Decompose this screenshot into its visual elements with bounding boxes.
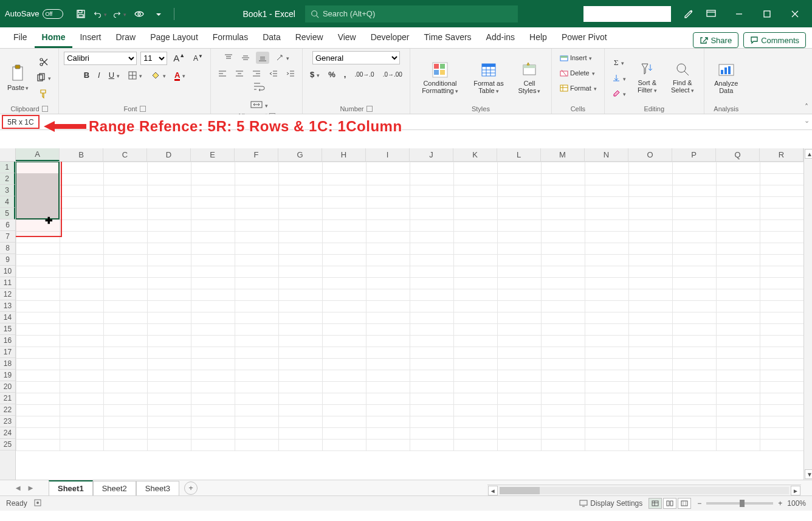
row-header-9[interactable]: 9 xyxy=(0,254,15,266)
tab-view[interactable]: View xyxy=(331,28,363,48)
column-header-N[interactable]: N xyxy=(585,148,628,161)
save-icon[interactable] xyxy=(74,7,88,21)
row-header-7[interactable]: 7 xyxy=(0,231,15,243)
number-format-select[interactable]: General xyxy=(312,51,400,64)
column-header-O[interactable]: O xyxy=(628,148,672,161)
orientation-button[interactable] xyxy=(273,51,292,64)
tab-power-pivot[interactable]: Power Pivot xyxy=(554,28,614,48)
tab-help[interactable]: Help xyxy=(522,28,554,48)
accounting-format-button[interactable]: $ xyxy=(308,68,322,81)
column-header-M[interactable]: M xyxy=(541,148,585,161)
cut-button[interactable] xyxy=(33,55,53,69)
column-header-H[interactable]: H xyxy=(322,148,366,161)
eye-icon[interactable] xyxy=(132,7,146,21)
account-box[interactable] xyxy=(583,6,671,22)
row-header-25[interactable]: 25 xyxy=(0,439,15,450)
row-header-12[interactable]: 12 xyxy=(0,289,15,300)
column-header-Q[interactable]: Q xyxy=(716,148,760,161)
search-input[interactable]: Search (Alt+Q) xyxy=(305,5,518,22)
sheet-tab-2[interactable]: Sheet2 xyxy=(93,481,136,495)
comments-button[interactable]: Comments xyxy=(743,32,806,48)
paste-button[interactable]: Paste xyxy=(5,63,31,93)
row-header-18[interactable]: 18 xyxy=(0,358,15,370)
minimize-button[interactable] xyxy=(727,0,751,27)
italic-button[interactable]: I xyxy=(95,69,103,81)
align-center-button[interactable] xyxy=(233,67,246,80)
row-header-3[interactable]: 3 xyxy=(0,185,15,196)
align-bottom-button[interactable] xyxy=(256,52,269,64)
decrease-indent-button[interactable] xyxy=(267,67,280,80)
tab-time-savers[interactable]: Time Savers xyxy=(417,28,479,48)
page-break-view-button[interactable] xyxy=(678,498,691,509)
decrease-decimal-button[interactable]: .0→.00 xyxy=(380,69,405,80)
sort-filter-button[interactable]: Sort & Filter xyxy=(631,60,664,95)
collapse-ribbon-button[interactable]: ˄ xyxy=(805,103,808,111)
autosave-toggle[interactable]: AutoSave Off xyxy=(5,9,63,19)
row-header-1[interactable]: 1 xyxy=(0,162,15,173)
zoom-out-button[interactable]: − xyxy=(697,499,701,508)
clipboard-dialog-launcher[interactable] xyxy=(42,106,48,112)
font-dialog-launcher[interactable] xyxy=(140,106,146,112)
row-header-6[interactable]: 6 xyxy=(0,219,15,231)
page-layout-view-button[interactable] xyxy=(663,498,676,509)
sheet-tab-1[interactable]: Sheet1 xyxy=(49,480,93,495)
tab-file[interactable]: File xyxy=(6,28,35,48)
close-button[interactable] xyxy=(783,0,807,27)
sheet-nav-prev[interactable]: ◄ xyxy=(14,483,22,492)
column-header-L[interactable]: L xyxy=(497,148,541,161)
display-settings-button[interactable]: Display Settings xyxy=(579,499,642,508)
bold-button[interactable]: B xyxy=(81,69,92,81)
column-header-I[interactable]: I xyxy=(366,148,410,161)
tab-data[interactable]: Data xyxy=(255,28,288,48)
horizontal-scrollbar[interactable]: ◄ ► xyxy=(487,485,801,495)
row-header-15[interactable]: 15 xyxy=(0,323,15,335)
row-header-13[interactable]: 13 xyxy=(0,300,15,312)
row-header-21[interactable]: 21 xyxy=(0,393,15,404)
font-color-button[interactable]: A xyxy=(172,69,188,81)
row-header-2[interactable]: 2 xyxy=(0,173,15,185)
scroll-right-button[interactable]: ► xyxy=(791,486,800,495)
column-header-P[interactable]: P xyxy=(672,148,716,161)
column-header-J[interactable]: J xyxy=(410,148,453,161)
align-middle-button[interactable] xyxy=(239,52,252,64)
tab-formulas[interactable]: Formulas xyxy=(205,28,255,48)
fill-color-button[interactable] xyxy=(148,69,168,81)
qat-expand-icon[interactable] xyxy=(152,7,165,21)
row-header-16[interactable]: 16 xyxy=(0,335,15,347)
row-header-24[interactable]: 24 xyxy=(0,427,15,439)
cell-styles-button[interactable]: Cell Styles xyxy=(512,60,546,96)
name-box[interactable]: 5R x 1C xyxy=(2,115,40,129)
sheet-nav-next[interactable]: ► xyxy=(27,483,35,492)
font-name-select[interactable]: Calibri xyxy=(64,52,137,65)
number-dialog-launcher[interactable] xyxy=(366,106,373,112)
row-header-10[interactable]: 10 xyxy=(0,266,15,277)
scroll-down-button[interactable]: ▼ xyxy=(805,469,812,479)
pencil-icon[interactable] xyxy=(682,7,695,21)
wrap-text-button[interactable] xyxy=(221,80,297,94)
column-header-B[interactable]: B xyxy=(60,148,103,161)
row-header-22[interactable]: 22 xyxy=(0,404,15,416)
font-size-select[interactable]: 11 xyxy=(140,52,167,65)
undo-button[interactable] xyxy=(94,7,107,21)
tab-developer[interactable]: Developer xyxy=(363,28,417,48)
share-button[interactable]: Share xyxy=(693,32,738,48)
row-header-23[interactable]: 23 xyxy=(0,416,15,427)
borders-button[interactable] xyxy=(126,69,145,81)
column-header-G[interactable]: G xyxy=(278,148,322,161)
column-header-F[interactable]: F xyxy=(235,148,278,161)
row-header-5[interactable]: 5 xyxy=(0,208,15,219)
format-painter-button[interactable] xyxy=(33,87,53,100)
row-header-8[interactable]: 8 xyxy=(0,243,15,254)
row-header-11[interactable]: 11 xyxy=(0,277,15,289)
align-right-button[interactable] xyxy=(250,67,263,80)
sheet-tab-3[interactable]: Sheet3 xyxy=(136,481,179,495)
new-sheet-button[interactable]: + xyxy=(184,481,198,495)
increase-decimal-button[interactable]: .00→.0 xyxy=(352,69,376,80)
align-left-button[interactable] xyxy=(216,67,229,80)
column-header-K[interactable]: K xyxy=(453,148,497,161)
increase-font-button[interactable]: A▲ xyxy=(171,51,187,65)
column-header-R[interactable]: R xyxy=(760,148,803,161)
tab-home[interactable]: Home xyxy=(35,28,73,48)
ribbon-display-icon[interactable] xyxy=(699,0,723,27)
tab-review[interactable]: Review xyxy=(288,28,331,48)
